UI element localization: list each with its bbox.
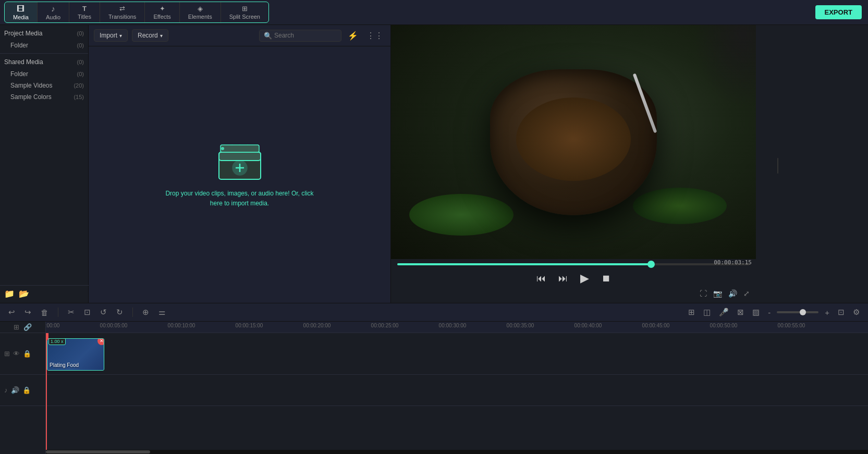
media-icon: 🎞 [17,4,25,13]
sidebar-item-sample-colors[interactable]: Sample Colors (15) [0,91,88,103]
play-button[interactable]: ▶ [578,269,591,287]
horizontal-scrollbar[interactable] [46,450,868,454]
sample-videos-label: Sample Videos [10,82,53,89]
tab-media-label: Media [13,14,29,20]
link-button[interactable]: 🔗 [23,323,32,331]
timeline-left-controls: ⊞ 🔗 ⊞ 👁 🔒 ♪ 🔊 🔒 [0,322,46,454]
import-button[interactable]: Import ▾ [94,29,128,42]
ruler-tick-7: 00:00:35:00 [507,323,534,328]
sidebar-divider-1 [0,53,88,54]
greenery-left [409,194,514,236]
sidebar-item-project-folder[interactable]: Folder (0) [0,40,88,51]
drop-zone[interactable]: Drop your video clips, images, or audio … [89,46,390,303]
equalizer-button[interactable]: ⚌ [156,306,167,318]
svg-rect-1 [219,152,261,161]
clip-delete-button[interactable]: ✕ [97,338,104,345]
tab-elements[interactable]: ◈ Elements [180,2,221,22]
add-folder-button[interactable]: 📁 [4,289,15,299]
stabilize-button[interactable]: ⊕ [140,306,151,318]
sidebar-section-project-media[interactable]: Project Media (0) [0,27,88,40]
scrollbar-thumb[interactable] [46,450,150,453]
transitions-icon: ⇄ [119,5,125,13]
tab-splitscreen[interactable]: ⊞ Split Screen [221,2,268,22]
timeline-option1[interactable]: ⊞ [686,306,697,318]
undo-button[interactable]: ↩ [6,306,17,318]
cut-button[interactable]: ✂ [66,306,77,318]
video-clip[interactable]: 1.00 x ✕ Plating Food [47,338,104,371]
video-grid-button[interactable]: ⊞ [4,350,10,358]
timeline-left-top: ⊞ 🔗 [0,322,45,333]
volume-button[interactable]: 🔊 [728,289,737,298]
shared-folder-count: (0) [77,71,84,77]
timeline-option3[interactable]: 🎤 [717,306,731,318]
progress-bar-container[interactable]: 00:00:03:15 [391,261,756,267]
export-button[interactable]: EXPORT [815,5,862,19]
ruler-tick-4: 00:00:20:00 [303,323,331,328]
filter-button[interactable]: ⚡ [346,30,360,42]
folder-open-button[interactable]: 📂 [19,289,29,299]
tab-titles-label: Titles [78,14,91,20]
audio-track-lane [46,375,868,406]
tab-elements-label: Elements [188,14,212,20]
tab-audio[interactable]: ♪ Audio [38,2,69,22]
timeline-area: ↩ ↪ 🗑 ✂ ⊡ ↺ ↻ ⊕ ⚌ ⊞ ◫ 🎤 ⊠ ▨ - + ⊡ ⚙ [0,303,868,454]
video-lock-button[interactable]: 🔒 [23,350,31,358]
zoom-fit-button[interactable]: ⊡ [836,306,847,318]
svg-point-10 [221,147,224,150]
ruler-tick-11: 00:00:55:00 [778,323,805,328]
tab-transitions[interactable]: ⇄ Transitions [100,2,145,22]
search-input[interactable] [274,32,337,39]
sample-videos-count: (20) [74,82,84,89]
splitscreen-icon: ⊞ [242,5,248,13]
zoom-in-button[interactable]: + [823,307,832,318]
toolbar-separator-2 [132,308,133,317]
audio-note-button[interactable]: ♪ [4,386,8,394]
drop-zone-text: Drop your video clips, images, or audio … [165,189,313,208]
record-button[interactable]: Record ▾ [132,29,168,42]
zoom-out-button[interactable]: - [766,307,773,318]
timeline-option5[interactable]: ▨ [750,306,762,318]
elements-icon: ◈ [198,5,203,13]
tab-effects-label: Effects [153,14,170,20]
sidebar-section-shared-media[interactable]: Shared Media (0) [0,56,88,68]
stop-button[interactable]: ⏹ [600,271,613,286]
tab-media[interactable]: 🎞 Media [5,2,38,22]
sidebar-item-sample-videos[interactable]: Sample Videos (20) [0,80,88,91]
rotate-right-button[interactable]: ↻ [114,306,125,318]
clip-label: Plating Food [50,362,79,368]
video-eye-button[interactable]: 👁 [13,350,20,358]
time-display: 00:00:03:15 [714,259,752,266]
expand-button[interactable]: ⤢ [743,289,750,298]
grid-view-button[interactable]: ⋮⋮ [364,30,385,42]
skip-back-button[interactable]: ⏮ [534,271,548,286]
ruler-tick-0: 00:00:00:00 [46,323,59,328]
timeline-option2[interactable]: ◫ [701,306,713,318]
zoom-thumb [800,309,806,315]
food-contents [516,97,631,181]
settings-button[interactable]: ⚙ [851,306,862,318]
rotate-left-button[interactable]: ↺ [98,306,109,318]
nav-tabs: 🎞 Media ♪ Audio T Titles ⇄ Transitions ✦… [4,2,269,23]
add-track-button[interactable]: ⊞ [14,323,19,331]
sidebar-item-shared-folder[interactable]: Folder (0) [0,68,88,80]
project-folder-label: Folder [10,42,28,49]
delete-button[interactable]: 🗑 [39,307,51,318]
tab-effects[interactable]: ✦ Effects [145,2,179,22]
ruler-tick-1: 00:00:05:00 [100,323,128,328]
audio-speaker-button[interactable]: 🔊 [11,386,19,394]
tab-titles[interactable]: T Titles [69,2,100,22]
audio-track-ctrl: ♪ 🔊 🔒 [0,375,45,406]
timeline-option4[interactable]: ⊠ [735,306,746,318]
progress-thumb[interactable] [647,261,655,268]
fullscreen-button[interactable]: ⛶ [700,289,707,298]
drop-text-line1: Drop your video clips, images, or audio … [165,189,313,199]
import-arrow-icon: ▾ [119,33,122,39]
ruler-tick-6: 00:00:30:00 [439,323,467,328]
sidebar-bottom-toolbar: 📁 📂 [0,285,89,302]
step-back-button[interactable]: ⏭ [556,271,570,286]
snapshot-button[interactable]: 📷 [713,289,722,298]
audio-lock-button[interactable]: 🔒 [22,386,31,394]
zoom-slider[interactable] [777,311,818,313]
crop-button[interactable]: ⊡ [82,306,93,318]
redo-button[interactable]: ↪ [22,306,33,318]
